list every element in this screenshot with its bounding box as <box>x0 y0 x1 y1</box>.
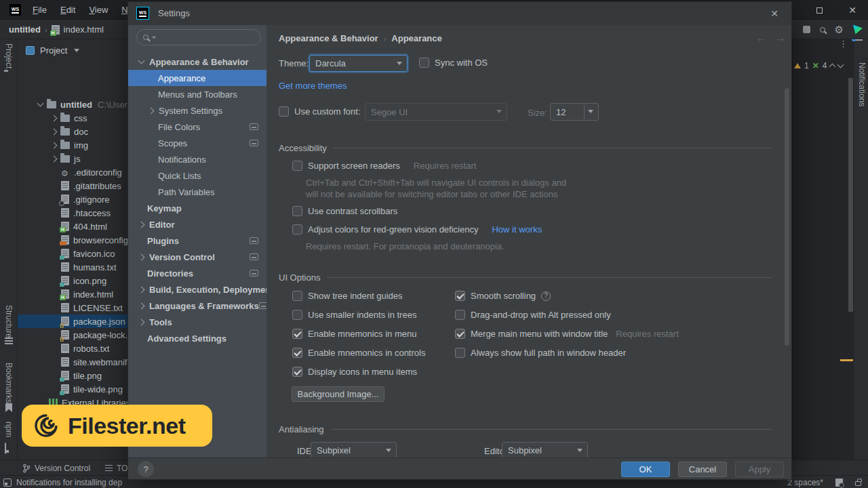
breadcrumb-section[interactable]: Appearance & Behavior <box>279 33 378 43</box>
chevron-right-icon[interactable] <box>138 286 145 293</box>
settings-node-notifications[interactable]: Notifications <box>128 151 267 167</box>
tree-item[interactable]: .htaccess <box>18 206 127 220</box>
chevron-right-icon[interactable] <box>148 107 155 114</box>
chevron-right-icon[interactable] <box>51 155 58 162</box>
tree-item[interactable]: browserconfig.xml <box>18 233 127 247</box>
settings-node-appearance-behavior[interactable]: Appearance & Behavior <box>128 54 267 70</box>
breadcrumb-file[interactable]: index.html <box>64 24 104 35</box>
tree-item[interactable]: favicon.ico <box>18 247 127 260</box>
settings-node-plugins[interactable]: Plugins <box>128 232 267 249</box>
settings-node-version-control[interactable]: Version Control <box>128 249 267 265</box>
stripe-structure-label[interactable]: Structure <box>4 305 14 338</box>
tree-item[interactable]: js <box>18 152 127 165</box>
tree-item[interactable]: .gitignore <box>18 192 127 206</box>
tree-item[interactable]: icon.png <box>18 274 127 287</box>
get-more-themes-link[interactable]: Get more themes <box>279 81 347 91</box>
settings-node-tools[interactable]: Tools <box>128 314 267 330</box>
tree-item[interactable]: 404.html <box>18 220 127 233</box>
chevron-right-icon[interactable] <box>138 302 145 309</box>
version-control-tool-button[interactable]: Version Control <box>22 460 90 476</box>
editor-scrollbar[interactable] <box>848 78 853 312</box>
chevron-right-icon[interactable] <box>51 142 58 148</box>
stripe-bookmarks-label[interactable]: Bookmarks <box>4 363 14 403</box>
todo-tool-button[interactable]: TO <box>105 460 127 476</box>
search-icon[interactable] <box>820 27 825 33</box>
how-it-works-link[interactable]: How it works <box>492 224 542 235</box>
stop-icon[interactable] <box>803 26 810 33</box>
gear-icon[interactable]: ⚙ <box>835 24 844 35</box>
dialog-help-button[interactable]: ? <box>138 461 154 477</box>
dialog-scrollbar[interactable] <box>785 88 789 346</box>
window-maximize-button[interactable] <box>812 3 827 18</box>
help-icon[interactable]: ? <box>541 291 551 301</box>
tree-item[interactable]: tile.png <box>18 369 127 382</box>
red-green-checkbox[interactable] <box>292 224 302 235</box>
indent-indicator[interactable]: 2 spaces* <box>787 478 823 487</box>
stripe-notifications-label[interactable]: Notifications <box>857 62 867 106</box>
smaller-indents-checkbox[interactable] <box>292 310 302 320</box>
menu-file[interactable]: File <box>26 0 54 20</box>
ok-button[interactable]: OK <box>621 462 670 477</box>
mnemonics-controls-checkbox[interactable] <box>292 348 302 358</box>
merge-menu-title-checkbox[interactable] <box>455 329 465 339</box>
breadcrumb-project[interactable]: untitled <box>9 24 41 35</box>
tree-item[interactable]: robots.txt <box>18 342 127 355</box>
tree-item[interactable]: index.html <box>18 287 127 301</box>
chevron-right-icon[interactable] <box>138 253 145 260</box>
tree-item[interactable]: humans.txt <box>18 260 127 274</box>
settings-node-keymap[interactable]: Keymap <box>128 200 267 216</box>
chevron-right-icon[interactable] <box>138 319 145 325</box>
tree-item-selected[interactable]: package.json <box>18 314 127 328</box>
tree-item[interactable]: .gitattributes <box>18 179 127 192</box>
tree-item[interactable]: tile-wide.png <box>18 382 127 396</box>
tree-item[interactable]: img <box>18 138 127 152</box>
editor-options-kebab-icon[interactable]: ⋮ <box>839 42 848 46</box>
prev-issue-icon[interactable] <box>829 64 836 70</box>
cancel-button[interactable]: Cancel <box>678 462 727 477</box>
dialog-close-icon[interactable]: ✕ <box>768 7 781 20</box>
project-view-header[interactable]: Project <box>18 42 79 58</box>
next-issue-icon[interactable] <box>837 62 844 68</box>
tree-item[interactable]: package-lock.json <box>18 328 127 342</box>
menu-edit[interactable]: Edit <box>54 0 82 20</box>
settings-node-scopes[interactable]: Scopes <box>128 135 267 151</box>
display-icons-menu-checkbox[interactable] <box>292 367 302 377</box>
tree-item[interactable]: .editorconfig <box>18 165 127 179</box>
settings-node-menus-toolbars[interactable]: Menus and Toolbars <box>128 86 267 102</box>
settings-node-appearance[interactable]: Appearance <box>128 70 267 86</box>
chevron-right-icon[interactable] <box>51 128 58 135</box>
font-size-dropdown[interactable]: 12 <box>550 103 599 121</box>
settings-node-directories[interactable]: Directories <box>128 265 267 281</box>
sync-with-os-checkbox[interactable] <box>419 58 429 68</box>
forward-arrow-icon[interactable]: → <box>775 32 785 43</box>
tool-window-toggle-icon[interactable] <box>3 479 12 487</box>
tree-item[interactable]: css <box>18 111 127 125</box>
tree-item[interactable]: doc <box>18 125 127 138</box>
chevron-right-icon[interactable] <box>138 221 145 228</box>
structure-tool-icon[interactable] <box>5 338 13 344</box>
unlock-icon[interactable] <box>855 481 861 486</box>
file-settings-icon[interactable] <box>835 479 843 487</box>
settings-node-system-settings[interactable]: System Settings <box>128 102 267 119</box>
theme-dropdown[interactable]: Darcula <box>309 55 408 72</box>
settings-node-file-colors[interactable]: File Colors <box>128 119 267 135</box>
full-path-header-checkbox[interactable] <box>455 348 465 358</box>
chevron-down-icon[interactable] <box>138 58 145 64</box>
stripe-project-label[interactable]: Project <box>4 43 14 68</box>
bookmark-icon[interactable] <box>5 403 12 412</box>
drag-drop-alt-checkbox[interactable] <box>455 310 465 320</box>
font-family-dropdown[interactable]: Segoe UI <box>365 103 507 121</box>
back-arrow-icon[interactable]: ← <box>756 32 766 43</box>
chevron-right-icon[interactable] <box>51 115 58 121</box>
chevron-down-icon[interactable] <box>37 100 44 107</box>
webstorm-app-icon[interactable]: WS <box>9 4 21 16</box>
tree-item[interactable]: site.webmanifest <box>18 355 127 369</box>
contrast-scrollbars-checkbox[interactable] <box>292 206 302 216</box>
settings-search-input[interactable] <box>136 29 261 45</box>
status-message[interactable]: Notifications for installing dep <box>16 478 122 487</box>
apply-button[interactable]: Apply <box>735 462 784 477</box>
use-custom-font-checkbox[interactable] <box>279 106 289 117</box>
settings-node-editor[interactable]: Editor <box>128 216 267 232</box>
stripe-npm-label[interactable]: npm <box>4 422 14 437</box>
settings-node-path-variables[interactable]: Path Variables <box>128 184 267 200</box>
